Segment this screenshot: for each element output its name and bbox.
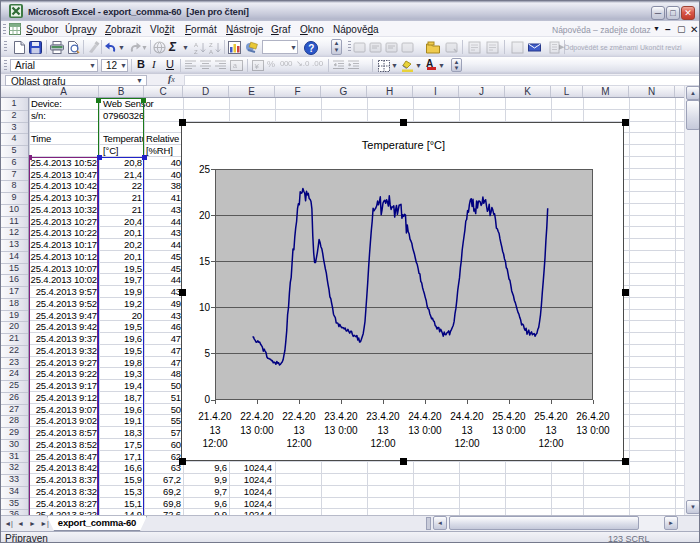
- svg-text:A: A: [209, 49, 213, 54]
- svg-text:a: a: [233, 62, 237, 69]
- svg-text:A: A: [194, 42, 198, 48]
- svg-text:?: ?: [308, 42, 314, 53]
- svg-text:¥: ¥: [254, 62, 260, 71]
- svg-text:Z: Z: [194, 49, 198, 54]
- svg-text:Z: Z: [209, 42, 213, 48]
